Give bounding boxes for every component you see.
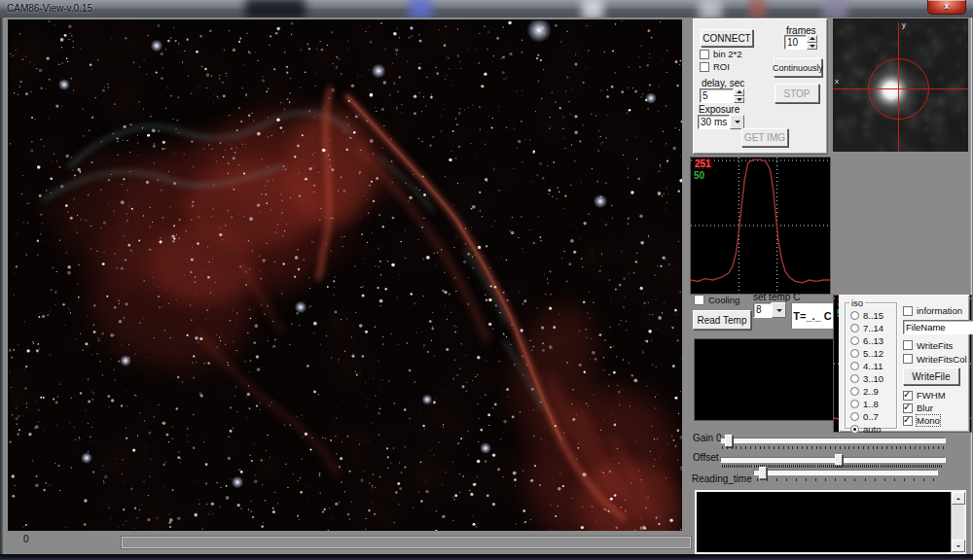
scroll-down-button[interactable] bbox=[952, 540, 965, 552]
slider-track[interactable] bbox=[720, 457, 946, 463]
close-button[interactable]: x bbox=[927, 0, 966, 15]
taskbar-blob bbox=[409, 0, 432, 18]
progress-track bbox=[121, 536, 692, 549]
writefitscol-checkbox[interactable]: WriteFitsCol bbox=[903, 352, 965, 366]
profile-graph-x: 251 50 bbox=[690, 157, 831, 295]
exposure-label: Exposure bbox=[699, 104, 739, 115]
frames-down-button[interactable] bbox=[807, 43, 817, 51]
writefits-label: WriteFits bbox=[917, 340, 953, 351]
gain-ticks bbox=[722, 446, 944, 450]
x-axis-label: x bbox=[835, 77, 839, 86]
iso-option-label: 5..12 bbox=[863, 348, 883, 359]
writefits-checkbox[interactable]: WriteFits bbox=[903, 338, 965, 352]
writefile-button[interactable]: WriteFile bbox=[903, 368, 959, 385]
iso-option-label: 0..7 bbox=[863, 411, 879, 422]
iso-option-label: 2..9 bbox=[863, 386, 879, 397]
slider-track[interactable] bbox=[720, 438, 946, 443]
radio-icon bbox=[850, 374, 859, 383]
bin-checkbox[interactable]: bin 2*2 bbox=[700, 49, 742, 59]
iso-option-2-9[interactable]: 2..9 bbox=[850, 385, 883, 398]
iso-option-0-7[interactable]: 0..7 bbox=[850, 410, 883, 423]
read-temp-button[interactable]: Read Temp bbox=[693, 310, 751, 330]
information-label: information bbox=[917, 305, 962, 316]
star-zoom-canvas bbox=[833, 18, 968, 152]
reading-time-slider[interactable] bbox=[753, 467, 938, 477]
iso-option-4-11[interactable]: 4..11 bbox=[850, 360, 883, 372]
scroll-up-button[interactable] bbox=[952, 492, 965, 505]
iso-option-1-8[interactable]: 1..8 bbox=[850, 398, 883, 410]
iso-option-8-15[interactable]: 8..15 bbox=[850, 309, 883, 322]
y-axis-label: y bbox=[902, 20, 906, 29]
radio-icon bbox=[850, 362, 859, 370]
filename-input[interactable] bbox=[903, 320, 973, 334]
checkbox-icon bbox=[700, 50, 709, 59]
radio-icon bbox=[850, 336, 859, 345]
radio-icon bbox=[850, 311, 859, 320]
writefitscol-label: WriteFitsCol bbox=[917, 354, 967, 365]
connect-button[interactable]: CONNECT bbox=[701, 29, 753, 47]
star-view-panel[interactable]: y x bbox=[833, 18, 968, 152]
frames-spinner[interactable]: 10 bbox=[784, 35, 817, 50]
temp-display: T=_._ C bbox=[791, 302, 834, 330]
fwhm-checkbox[interactable]: FWHM bbox=[903, 389, 965, 402]
information-checkbox[interactable]: information bbox=[903, 304, 965, 317]
iso-option-6-13[interactable]: 6..13 bbox=[850, 334, 883, 347]
bin-label: bin 2*2 bbox=[713, 49, 742, 59]
checkbox-icon bbox=[903, 403, 913, 413]
exposure-combo[interactable]: 30 ms bbox=[698, 115, 744, 129]
reading-time-ticks bbox=[757, 478, 934, 482]
set-temp-combo[interactable]: 8 bbox=[753, 302, 786, 318]
taskbar-blob bbox=[582, 0, 603, 18]
frames-value: 10 bbox=[784, 35, 807, 50]
taskbar-blob bbox=[245, 0, 306, 18]
frames-up-button[interactable] bbox=[807, 35, 817, 43]
iso-option-label: 7..14 bbox=[863, 323, 883, 333]
delay-spinner[interactable]: 5 bbox=[700, 88, 744, 103]
slider-track[interactable] bbox=[753, 470, 938, 475]
window-border-bottom bbox=[0, 554, 973, 560]
exposure-dropdown-button[interactable] bbox=[730, 115, 744, 129]
iso-output-panel: iso 8..157..146..135..124..113..102..91.… bbox=[839, 295, 969, 432]
cooling-checkbox[interactable]: Cooling bbox=[694, 295, 739, 305]
cooling-label: Cooling bbox=[708, 295, 739, 305]
peak-value: 251 bbox=[694, 158, 712, 169]
roi-checkbox[interactable]: ROI bbox=[700, 61, 730, 72]
level-value: 50 bbox=[694, 170, 704, 181]
gain-slider[interactable] bbox=[720, 435, 946, 445]
delay-label: delay, sec bbox=[702, 78, 744, 88]
iso-option-7-14[interactable]: 7..14 bbox=[850, 322, 883, 334]
delay-up-button[interactable] bbox=[734, 88, 744, 96]
delay-value: 5 bbox=[700, 88, 734, 103]
iso-option-5-12[interactable]: 5..12 bbox=[850, 347, 883, 360]
reading-time-label: Reading_time bbox=[692, 473, 752, 484]
iso-option-label: 4..11 bbox=[863, 361, 883, 371]
checkbox-icon bbox=[903, 340, 913, 350]
mono-checkbox[interactable]: Mono bbox=[903, 414, 965, 427]
iso-option-3-10[interactable]: 3..10 bbox=[850, 372, 883, 385]
checkbox-icon bbox=[903, 306, 913, 316]
delay-down-button[interactable] bbox=[734, 96, 744, 104]
window-border-left bbox=[0, 18, 3, 554]
stop-button[interactable]: STOP bbox=[775, 84, 819, 103]
taskbar-blob bbox=[749, 0, 765, 18]
set-temp-dropdown-button[interactable] bbox=[772, 302, 786, 318]
radio-icon bbox=[850, 400, 859, 408]
log-scrollbar[interactable] bbox=[951, 492, 964, 552]
main-image-canvas[interactable] bbox=[8, 19, 682, 531]
radio-icon bbox=[850, 412, 859, 421]
iso-option-label: 3..10 bbox=[863, 373, 883, 384]
radio-icon bbox=[850, 324, 859, 332]
get-img-button[interactable]: GET IMG bbox=[741, 128, 788, 147]
blur-checkbox[interactable]: Blur bbox=[903, 402, 965, 414]
gain-label: Gain 0 bbox=[693, 433, 721, 443]
continuously-button[interactable]: Continuously bbox=[774, 58, 822, 77]
iso-group-label: iso bbox=[849, 298, 865, 308]
iso-option-label: 8..15 bbox=[863, 310, 883, 321]
status-value: 0 bbox=[23, 534, 29, 544]
offset-slider[interactable] bbox=[720, 454, 946, 465]
checkbox-icon bbox=[903, 416, 913, 426]
blur-label: Blur bbox=[917, 402, 933, 413]
iso-option-label: 1..8 bbox=[863, 399, 879, 409]
checkbox-icon bbox=[694, 295, 704, 305]
offset-label: Offset bbox=[693, 452, 719, 463]
